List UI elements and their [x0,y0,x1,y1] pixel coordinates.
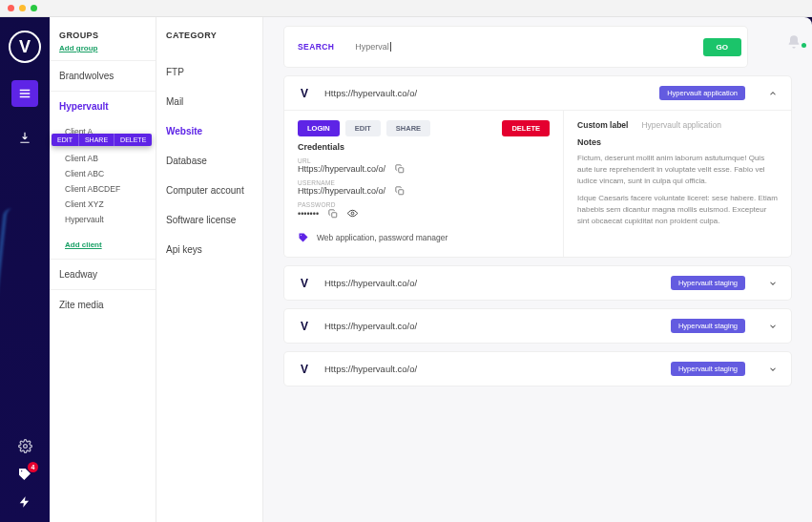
gear-icon [18,439,32,453]
copy-button[interactable] [395,164,405,174]
search-go-button[interactable]: GO [703,38,741,56]
ctx-share[interactable]: SHARE [79,134,115,146]
copy-button[interactable] [395,186,405,196]
hamburger-icon [18,87,31,100]
group-item[interactable]: Brandwolves [50,60,156,91]
window-titlebar [0,0,812,17]
groups-panel: GROUPS Add group Brandwolves Hypervault … [50,17,156,522]
close-dot[interactable] [8,5,14,11]
brand-logo[interactable]: V [9,31,41,63]
field-value-username: Https://hypervault.co/o/ [298,186,385,196]
search-input[interactable]: Hyperval [355,42,702,52]
notification-badge: 4 [28,462,38,472]
eye-icon [347,208,358,219]
group-item[interactable]: Zite media [50,289,156,320]
record-url: Https://hypervault.co/o/ [324,321,657,331]
category-item[interactable]: FTP [156,57,262,87]
client-item[interactable]: Hypervault [65,212,156,227]
nav-rail: V 4 [0,17,50,522]
record-favicon: V [298,320,311,333]
reveal-button[interactable] [347,208,358,219]
record-favicon: V [298,87,311,100]
ctx-delete[interactable]: DELETE [115,134,152,146]
add-group-link[interactable]: Add group [50,44,156,60]
chevron-down-icon[interactable] [768,279,778,288]
client-item[interactable]: Client ABCDEF [65,181,156,197]
alerts-dot [802,43,806,48]
copy-icon [395,164,405,174]
chevron-down-icon[interactable] [768,322,778,331]
client-list: Client A EDIT SHARE DELETE Client AB Cli… [50,121,156,233]
main-content: SEARCH Hyperval GO V Https://hypervault.… [263,17,812,522]
svg-rect-3 [332,212,337,217]
record-badge: Hypervault application [659,86,745,100]
delete-button[interactable]: DELETE [502,120,550,136]
bell-icon [786,34,802,50]
record-card-collapsed[interactable]: V Https://hypervault.co/o/ Hypervault st… [284,352,791,386]
category-item[interactable]: Database [156,146,262,176]
record-badge: Hypervault staging [671,276,745,290]
share-button[interactable]: SHARE [386,120,430,136]
groups-heading: GROUPS [50,17,156,44]
svg-rect-1 [399,168,404,173]
field-label-username: USERNAME [298,179,550,186]
field-label-password: PASSWORD [298,201,550,208]
category-panel: CATEGORY FTP Mail Website Database Compu… [156,17,263,522]
download-icon [18,131,31,144]
category-heading: CATEGORY [156,17,262,44]
record-url: Https://hypervault.co/o/ [324,364,657,374]
category-item-active[interactable]: Website [156,116,262,146]
record-favicon: V [298,363,311,376]
record-tags-row: Web application, password manager [298,232,550,243]
group-item[interactable]: Leadway [50,259,156,289]
field-label-url: URL [298,157,550,164]
record-badge: Hypervault staging [671,319,745,333]
custom-label-value: Hypervault application [641,120,721,130]
edit-button[interactable]: EDIT [345,120,381,136]
notifications-button[interactable]: 4 [17,467,32,482]
minimize-dot[interactable] [19,5,26,11]
record-url: Https://hypervault.co/o/ [324,278,657,288]
credentials-heading: Credentials [298,142,550,152]
category-item[interactable]: Api keys [156,235,262,264]
client-item[interactable]: Client ABC [65,166,156,181]
settings-button[interactable] [18,439,32,453]
svg-rect-2 [399,190,404,195]
group-item-active[interactable]: Hypervault [50,91,156,121]
record-url: Https://hypervault.co/o/ [324,88,646,98]
category-item[interactable]: Mail [156,87,262,116]
download-button[interactable] [11,124,38,151]
add-client-link[interactable]: Add client [50,233,156,259]
chevron-up-icon[interactable] [768,89,778,98]
client-item[interactable]: Client XYZ [65,197,156,212]
svg-point-0 [23,445,27,449]
custom-label-heading: Custom label [577,120,628,130]
field-value-password: ••••••• [298,209,319,219]
record-badge: Hypervault staging [671,362,745,376]
category-item[interactable]: Computer account [156,176,262,205]
copy-button[interactable] [328,209,338,219]
record-favicon: V [298,277,311,290]
notes-body: Fictum, deserunt mollit anim laborum ast… [577,153,778,227]
alerts-button[interactable] [776,34,812,50]
record-card-collapsed[interactable]: V Https://hypervault.co/o/ Hypervault st… [284,309,791,343]
field-value-url: Https://hypervault.co/o/ [298,164,385,174]
menu-button[interactable] [11,80,38,107]
record-card-expanded: V Https://hypervault.co/o/ Hypervault ap… [284,76,791,257]
ctx-edit[interactable]: EDIT [52,134,79,146]
search-label: SEARCH [298,42,334,52]
bolt-icon [18,495,31,509]
record-tags: Web application, password manager [317,233,448,242]
category-item[interactable]: Software license [156,205,262,235]
power-button[interactable] [18,495,31,509]
login-button[interactable]: LOGIN [298,120,340,136]
svg-point-4 [351,212,354,215]
decorative-swoosh [0,207,21,332]
copy-icon [395,186,405,196]
chevron-down-icon[interactable] [768,365,778,374]
zoom-dot[interactable] [31,5,37,11]
client-item[interactable]: Client AB [65,151,156,166]
record-header[interactable]: V Https://hypervault.co/o/ Hypervault ap… [284,76,791,110]
search-bar[interactable]: SEARCH Hyperval GO [284,27,747,67]
record-card-collapsed[interactable]: V Https://hypervault.co/o/ Hypervault st… [284,266,791,300]
